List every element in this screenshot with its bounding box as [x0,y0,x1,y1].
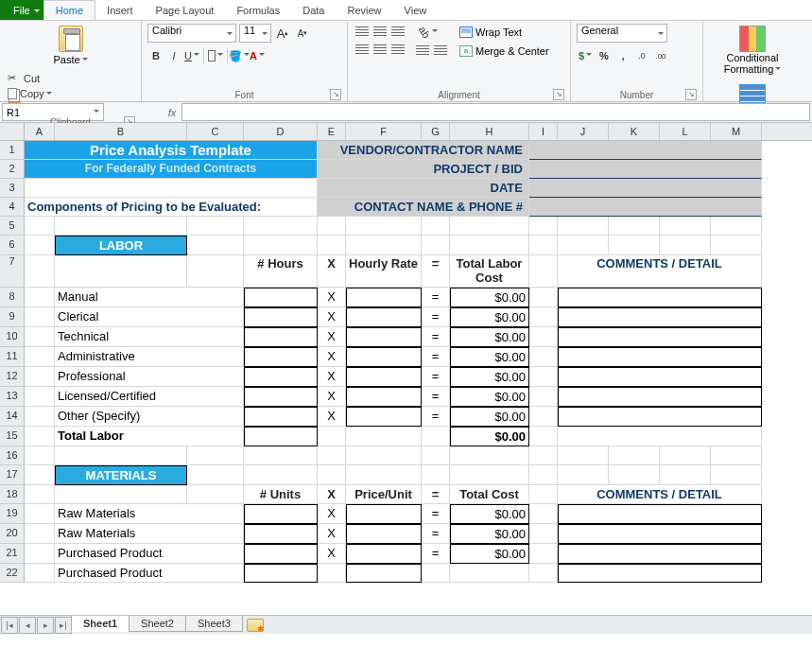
row-12[interactable]: 12 [0,367,25,387]
blank[interactable] [422,446,450,465]
blank[interactable] [558,427,762,446]
blank[interactable] [346,446,422,465]
copy-button[interactable]: Copy [6,87,135,100]
blank[interactable] [422,465,450,485]
hdr-x2[interactable]: X [318,485,346,504]
row-5[interactable]: 5 [0,217,25,236]
border-button[interactable] [207,47,224,64]
blank[interactable] [25,465,55,485]
hdr-hours[interactable]: # Hours [244,255,318,288]
blank[interactable] [244,236,318,255]
col-H[interactable]: H [450,123,529,140]
labor-comment-3[interactable] [558,347,762,367]
col-J[interactable]: J [558,123,609,140]
mat-label-3[interactable]: Purchased Product [55,564,244,583]
blank[interactable] [422,236,450,255]
blank[interactable] [609,217,660,236]
labor-label-5[interactable]: Licensed/Certified [55,387,244,407]
mat-units-1[interactable] [244,524,318,544]
mat-label-0[interactable]: Raw Materials [55,504,244,524]
blank[interactable] [450,465,529,485]
eq[interactable] [422,564,450,583]
blank[interactable] [346,236,422,255]
x[interactable]: X [318,407,346,427]
row-22[interactable]: 22 [0,564,25,583]
blank[interactable] [529,327,558,347]
hdr-totcost[interactable]: Total Cost [450,485,529,504]
labor-comment-4[interactable] [558,367,762,387]
sheet-tab-3[interactable]: Sheet3 [185,616,243,632]
blank[interactable] [450,217,529,236]
cut-button[interactable]: ✂Cut [6,71,135,86]
blank[interactable] [558,236,609,255]
labor-comment-6[interactable] [558,407,762,427]
blank[interactable] [25,179,318,198]
mat-price-1[interactable] [346,524,422,544]
blank[interactable] [660,446,711,465]
x[interactable]: X [318,504,346,524]
labor-comment-5[interactable] [558,387,762,407]
vendor-project-label[interactable]: PROJECT / BID [318,160,529,179]
blank[interactable] [25,407,55,427]
blank[interactable] [318,217,346,236]
blank[interactable] [187,217,244,236]
labor-label-1[interactable]: Clerical [55,307,244,327]
formula-input[interactable] [181,103,810,121]
blank[interactable] [711,446,762,465]
row-14[interactable]: 14 [0,407,25,427]
vendor-contact-field[interactable] [529,198,762,217]
mat-comment-3[interactable] [558,564,762,583]
hdr-eq[interactable]: = [422,255,450,288]
blank[interactable] [55,217,187,236]
row-8[interactable]: 8 [0,288,25,307]
blank[interactable] [558,217,609,236]
labor-label-4[interactable]: Professional [55,367,244,387]
mat-total-0[interactable]: $0.00 [450,504,529,524]
blank[interactable] [25,524,55,544]
col-K[interactable]: K [609,123,660,140]
blank[interactable] [422,217,450,236]
x[interactable]: X [318,347,346,367]
eq[interactable]: = [422,544,450,564]
hdr-total[interactable]: Total Labor Cost [450,255,529,288]
blank[interactable] [529,387,558,407]
x[interactable] [318,564,346,583]
increase-indent-button[interactable] [432,43,449,60]
blank[interactable] [25,446,55,465]
blank[interactable] [55,446,187,465]
mat-comment-1[interactable] [558,524,762,544]
eq[interactable]: = [422,307,450,327]
blank[interactable] [187,236,244,255]
labor-rate-0[interactable] [346,288,422,307]
labor-total-hours[interactable] [244,427,318,446]
row-15[interactable]: 15 [0,427,25,446]
vendor-name-field[interactable] [529,141,762,160]
row-20[interactable]: 20 [0,524,25,544]
vendor-date-label[interactable]: DATE [318,179,529,198]
tab-insert[interactable]: Insert [95,0,145,20]
x[interactable]: X [318,387,346,407]
row-1[interactable]: 1 [0,141,25,160]
row-9[interactable]: 9 [0,307,25,327]
blank[interactable] [529,524,558,544]
blank[interactable] [529,236,558,255]
labor-label-0[interactable]: Manual [55,288,244,307]
blank[interactable] [529,217,558,236]
col-B[interactable]: B [55,123,187,140]
eq[interactable]: = [422,327,450,347]
hdr-rate[interactable]: Hourly Rate [346,255,422,288]
col-L[interactable]: L [660,123,711,140]
col-M[interactable]: M [711,123,762,140]
paste-button[interactable]: Paste [6,24,135,67]
blank[interactable] [660,217,711,236]
wrap-text-button[interactable]: Wrap Text [457,24,552,41]
blank[interactable] [529,407,558,427]
blank[interactable] [346,217,422,236]
labor-rate-3[interactable] [346,347,422,367]
labor-rate-1[interactable] [346,307,422,327]
blank[interactable] [25,387,55,407]
mat-units-3[interactable] [244,564,318,583]
blank[interactable] [711,217,762,236]
labor-hours-0[interactable] [244,288,318,307]
comma-format-button[interactable] [614,47,631,64]
